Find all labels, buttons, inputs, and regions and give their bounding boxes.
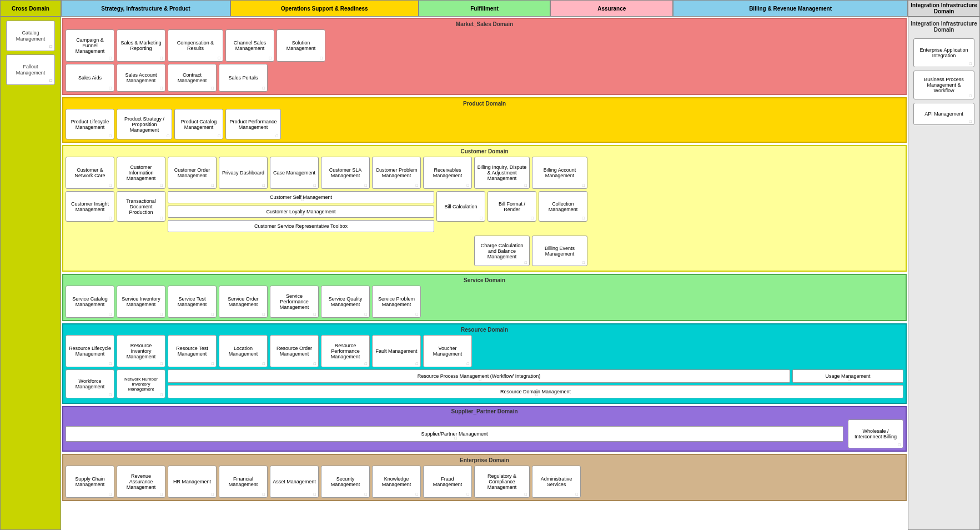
customer-info-mgmt-module[interactable]: Customer Information Management □ (117, 157, 165, 189)
strategy-header: Strategy, Infrastructure & Product (61, 0, 230, 17)
service-performance-module[interactable]: Service Performance Management □ (270, 286, 319, 318)
hr-management-module[interactable]: HR Management □ (168, 466, 217, 498)
customer-order-mgmt-module[interactable]: Customer Order Management □ (168, 157, 217, 189)
enterprise-domain-label: Enterprise Domain (66, 457, 903, 463)
resource-domain-mgmt-bar[interactable]: Resource Domain Management □ (168, 385, 903, 398)
product-lifecycle-module[interactable]: Product Lifecycle Management □ (66, 109, 114, 139)
bill-calculation-module[interactable]: Bill Calculation □ (436, 191, 485, 222)
service-inventory-module[interactable]: Service Inventory Management □ (117, 286, 165, 318)
billing-inquiry-module[interactable]: Billing Inquiry, Dispute & Adjustment Ma… (474, 157, 530, 189)
service-test-module[interactable]: Service Test Management □ (168, 286, 217, 318)
customer-problem-mgmt-module[interactable]: Customer Problem Management □ (372, 157, 421, 189)
resource-domain-label: Resource Domain (66, 327, 903, 333)
billing-header: Billing & Revenue Management (673, 0, 908, 17)
service-order-module[interactable]: Service Order Management □ (219, 286, 268, 318)
product-domain: Product Domain Product Lifecycle Managem… (62, 97, 907, 143)
resource-domain: Resource Domain Resource Lifecycle Manag… (62, 323, 907, 404)
assurance-header: Assurance (550, 0, 673, 17)
resource-process-mgmt-bar[interactable]: Resource Process Management (Workflow/ I… (168, 369, 790, 383)
bpm-workflow-module[interactable]: Business Process Management & Workflow □ (913, 71, 974, 99)
supplier-domain: Supplier_Partner Domain Supplier/Partner… (62, 406, 907, 452)
cross-domain-header: Cross Domain (0, 0, 61, 17)
revenue-assurance-module[interactable]: Revenue Assurance Management □ (117, 466, 165, 498)
service-domain-label: Service Domain (66, 277, 903, 283)
catalog-management-module[interactable]: Catalog Management □ (6, 21, 55, 51)
market-sales-label: Market_Sales Domain (66, 21, 903, 27)
sales-account-mgmt-module[interactable]: Sales Account Management □ (117, 64, 165, 92)
billing-events-module[interactable]: Billing Events Management □ (532, 236, 587, 266)
service-problem-module[interactable]: Service Problem Management □ (372, 286, 421, 318)
service-quality-module[interactable]: Service Quality Management □ (321, 286, 370, 318)
collection-mgmt-module[interactable]: Collection Management □ (539, 191, 587, 222)
customer-self-mgmt-bar[interactable]: Customer Self Management □ (168, 191, 434, 203)
fallout-management-module[interactable]: Fallout Management □ (6, 54, 55, 85)
channel-sales-module[interactable]: Channel Sales Management □ (225, 29, 274, 62)
solution-management-module[interactable]: Solution Management □ (277, 29, 325, 62)
cross-domain-panel: Catalog Management □ Fallout Management … (0, 17, 61, 530)
network-number-inventory-module[interactable]: Network Number Inventory Management □ (117, 369, 165, 398)
sales-portals-module[interactable]: Sales Portals □ (219, 64, 268, 92)
customer-service-rep-bar[interactable]: Customer Service Representative Toolbox … (168, 220, 434, 232)
fraud-mgmt-module[interactable]: Fraud Management □ (423, 466, 472, 498)
product-performance-module[interactable]: Product Performance Management □ (225, 109, 281, 139)
bill-format-render-module[interactable]: Bill Format / Render □ (488, 191, 536, 222)
voucher-management-module[interactable]: Voucher Management □ (423, 335, 472, 367)
sales-marketing-reporting-module[interactable]: Sales & Marketing Reporting □ (117, 29, 165, 62)
knowledge-mgmt-module[interactable]: Knowledge Management □ (372, 466, 421, 498)
customer-insight-module[interactable]: Customer Insight Management □ (66, 191, 114, 222)
customer-loyalty-bar[interactable]: Customer Loyalty Management □ (168, 206, 434, 218)
customer-domain: Customer Domain Customer & Network Care … (62, 145, 907, 272)
integration-domain-panel: Integration Infrastructure Domain Enterp… (908, 17, 980, 530)
customer-sla-mgmt-module[interactable]: Customer SLA Management □ (321, 157, 370, 189)
privacy-dashboard-module[interactable]: Privacy Dashboard □ (219, 157, 268, 189)
administrative-services-module[interactable]: Administrative Services □ (532, 466, 581, 498)
market-sales-domain: Market_Sales Domain Campaign & Funnel Ma… (62, 18, 907, 95)
billing-account-mgmt-module[interactable]: Billing Account Management □ (532, 157, 587, 189)
campaign-funnel-module[interactable]: Campaign & Funnel Management □ (66, 29, 114, 62)
wholesale-billing-module[interactable]: Wholesale / Interconnect Billing □ (848, 419, 903, 448)
enterprise-app-integration-module[interactable]: Enterprise Application Integration □ (913, 38, 974, 67)
resource-lifecycle-module[interactable]: Resource Lifecycle Management □ (66, 335, 114, 367)
sales-aids-module[interactable]: Sales Aids □ (66, 64, 114, 92)
integration-header: Integration Infrastructure Domain (908, 0, 980, 17)
workforce-mgmt-module[interactable]: Workforce Management □ (66, 369, 114, 398)
integration-domain-title: Integration Infrastructure Domain (911, 21, 977, 33)
security-mgmt-module[interactable]: Security Management □ (321, 466, 370, 498)
ops-header: Operations Support & Readiness (230, 0, 419, 17)
customer-domain-label: Customer Domain (66, 148, 903, 154)
charge-calculation-module[interactable]: Charge Calculation and Balance Managemen… (474, 236, 530, 266)
product-strategy-module[interactable]: Product Strategy / Proposition Managemen… (117, 109, 172, 139)
resource-inventory-module[interactable]: Resource Inventory Management □ (117, 335, 165, 367)
customer-network-care-module[interactable]: Customer & Network Care □ (66, 157, 114, 189)
fulfillment-header: Fulfillment (419, 0, 551, 17)
api-management-module[interactable]: API Management □ (913, 103, 974, 125)
location-mgmt-module[interactable]: Location Management □ (219, 335, 268, 367)
compensation-results-module[interactable]: Compensation & Results □ (168, 29, 223, 62)
enterprise-domain: Enterprise Domain Supply Chain Managemen… (62, 454, 907, 501)
supply-chain-module[interactable]: Supply Chain Management □ (66, 466, 114, 498)
resource-test-module[interactable]: Resource Test Management □ (168, 335, 217, 367)
service-domain: Service Domain Service Catalog Managemen… (62, 274, 907, 321)
product-catalog-module[interactable]: Product Catalog Management □ (174, 109, 223, 139)
usage-management-bar[interactable]: Usage Management □ (792, 369, 903, 383)
asset-mgmt-module[interactable]: Asset Management □ (270, 466, 319, 498)
case-management-module[interactable]: Case Management □ (270, 157, 319, 189)
regulatory-compliance-module[interactable]: Regulatory & Compliance Management □ (474, 466, 530, 498)
service-catalog-module[interactable]: Service Catalog Management □ (66, 286, 114, 318)
supplier-partner-mgmt-bar[interactable]: Supplier/Partner Management □ (66, 426, 843, 442)
product-domain-label: Product Domain (66, 101, 903, 107)
fault-management-module[interactable]: Fault Management □ (372, 335, 421, 367)
resource-performance-module[interactable]: Resource Performance Management □ (321, 335, 370, 367)
receivables-mgmt-module[interactable]: Receivables Management □ (423, 157, 472, 189)
contract-mgmt-module[interactable]: Contract Management □ (168, 64, 217, 92)
transactional-doc-module[interactable]: Transactional Document Production □ (117, 191, 165, 222)
resource-order-module[interactable]: Resource Order Management □ (270, 335, 319, 367)
financial-mgmt-module[interactable]: Financial Management □ (219, 466, 268, 498)
supplier-domain-label: Supplier_Partner Domain (451, 408, 517, 414)
